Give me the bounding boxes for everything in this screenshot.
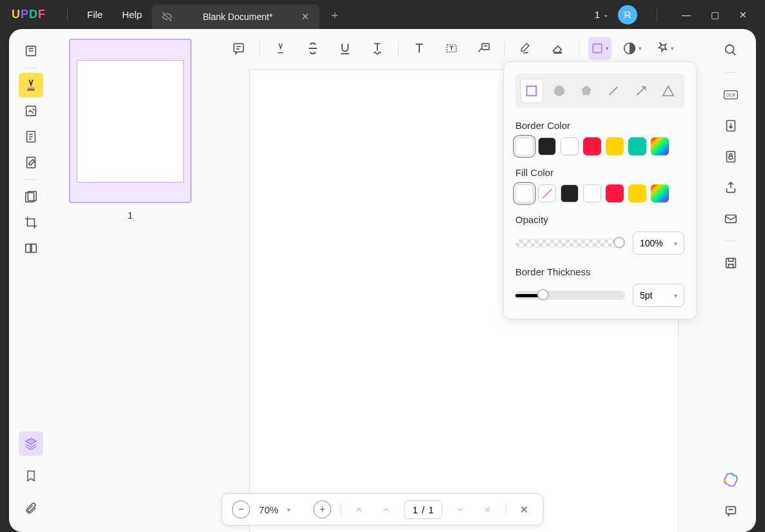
page-thumbnail[interactable] [69, 39, 192, 203]
share-icon[interactable] [719, 176, 742, 199]
svg-text:OCR: OCR [726, 93, 736, 97]
zoom-out-button[interactable]: − [232, 500, 250, 518]
fill-color-custom[interactable] [651, 184, 669, 202]
border-color-custom[interactable] [651, 137, 669, 155]
shape-polygon[interactable] [575, 79, 597, 103]
svg-point-16 [553, 86, 564, 97]
menu-help[interactable]: Help [112, 9, 152, 20]
page-tool-icon[interactable] [19, 124, 43, 149]
underline-icon[interactable] [333, 37, 357, 60]
page-control-bar: − 70% + 1/1 ✕ [222, 493, 544, 526]
border-color-red[interactable] [583, 137, 601, 155]
fill-color-white2[interactable] [583, 184, 601, 202]
callout-icon[interactable] [472, 37, 495, 60]
shape-line[interactable] [602, 79, 624, 103]
shape-arrow[interactable] [630, 79, 651, 103]
opacity-dropdown[interactable]: 100% [633, 232, 684, 255]
last-page-button[interactable] [478, 500, 496, 518]
close-window-button[interactable]: ✕ [734, 6, 752, 23]
svg-rect-21 [727, 152, 735, 163]
svg-rect-15 [527, 86, 537, 96]
email-icon[interactable] [719, 207, 742, 230]
fill-color-white[interactable] [515, 184, 533, 202]
shape-triangle[interactable] [657, 79, 679, 103]
svg-rect-9 [234, 44, 244, 52]
squiggly-icon[interactable] [366, 37, 389, 60]
highlight-icon[interactable] [269, 37, 292, 60]
strikethrough-icon[interactable] [301, 37, 324, 60]
stamp-icon[interactable] [653, 37, 676, 60]
svg-rect-24 [726, 259, 736, 268]
crop-icon[interactable] [19, 210, 43, 235]
fill-color-red[interactable] [606, 184, 624, 202]
compare-icon[interactable] [19, 236, 43, 261]
convert-icon[interactable] [719, 114, 742, 137]
border-color-black[interactable] [538, 137, 556, 155]
next-page-button[interactable] [451, 500, 469, 518]
svg-point-17 [726, 45, 734, 54]
thumbnail-panel: 1 [53, 29, 208, 532]
svg-rect-12 [554, 52, 562, 54]
minimize-button[interactable]: — [677, 6, 696, 23]
annotation-toolbar [222, 35, 695, 61]
fill-color-label: Fill Color [515, 167, 684, 178]
close-pagebar-button[interactable]: ✕ [515, 500, 533, 518]
shape-tool-button[interactable] [588, 37, 611, 60]
comment-tool-icon[interactable] [19, 73, 43, 97]
zoom-dropdown[interactable]: 70% [259, 504, 304, 515]
reader-mode-icon[interactable] [19, 39, 43, 63]
thickness-dropdown[interactable]: 5pt [633, 284, 684, 307]
border-color-white2[interactable] [561, 137, 579, 155]
svg-rect-25 [726, 507, 736, 514]
redact-icon[interactable] [19, 184, 43, 209]
fill-color-none[interactable] [538, 184, 556, 202]
edit-tool-icon[interactable] [19, 99, 43, 123]
page-indicator[interactable]: 1/1 [404, 500, 442, 519]
open-docs-count[interactable]: 1⌄ [595, 9, 608, 20]
shape-rectangle[interactable] [521, 79, 543, 103]
ai-assistant-icon[interactable] [719, 468, 742, 491]
zoom-in-button[interactable]: + [313, 500, 332, 518]
maximize-button[interactable]: ▢ [706, 6, 724, 23]
search-icon[interactable] [719, 39, 742, 62]
prev-page-button[interactable] [377, 500, 395, 518]
border-color-yellow[interactable] [606, 137, 624, 155]
opacity-label: Opacity [515, 214, 684, 225]
sticker-icon[interactable] [621, 37, 644, 60]
border-color-cyan[interactable] [628, 137, 646, 155]
user-avatar[interactable]: R [618, 5, 637, 25]
svg-rect-22 [729, 156, 733, 159]
text-icon[interactable] [408, 37, 431, 60]
fill-color-row [515, 184, 684, 202]
fill-color-yellow[interactable] [628, 184, 646, 202]
left-sidebar [9, 29, 53, 532]
add-tab-button[interactable]: ＋ [319, 7, 350, 23]
visibility-off-icon [161, 11, 173, 23]
shape-oval[interactable] [548, 79, 570, 103]
note-icon[interactable] [227, 37, 250, 60]
app-logo: UPDF [12, 8, 46, 21]
bookmark-icon[interactable] [19, 464, 43, 488]
eraser-icon[interactable] [546, 37, 570, 60]
fill-color-black[interactable] [561, 184, 579, 202]
save-icon[interactable] [719, 251, 742, 275]
tab-close-button[interactable]: ✕ [301, 11, 310, 23]
pencil-icon[interactable] [514, 37, 537, 60]
svg-rect-1 [28, 88, 35, 90]
protect-icon[interactable] [719, 145, 742, 168]
layers-icon[interactable] [19, 431, 43, 456]
ocr-icon[interactable]: OCR [719, 83, 742, 106]
document-tab[interactable]: Blank Document* ✕ [152, 5, 319, 29]
attachment-icon[interactable] [19, 496, 43, 520]
thickness-slider[interactable] [515, 291, 625, 300]
textbox-icon[interactable] [440, 37, 463, 60]
first-page-button[interactable] [350, 500, 368, 518]
border-color-white[interactable] [515, 137, 533, 155]
comment-panel-icon[interactable] [719, 499, 742, 522]
fill-sign-icon[interactable] [19, 150, 43, 175]
svg-rect-11 [482, 44, 489, 50]
menu-file[interactable]: File [77, 9, 112, 20]
tab-title: Blank Document* [181, 12, 295, 22]
svg-rect-23 [726, 215, 737, 223]
opacity-slider[interactable] [515, 239, 625, 248]
